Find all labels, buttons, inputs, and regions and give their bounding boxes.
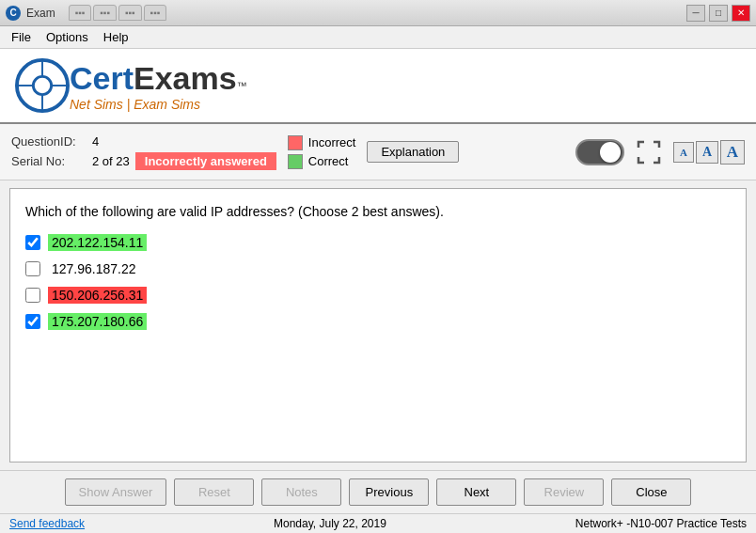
answer-checkbox-4[interactable] <box>25 314 40 329</box>
answer-label-1: 202.122.154.11 <box>48 234 147 251</box>
font-large-button[interactable]: A <box>720 140 745 165</box>
status-bar: Send feedback Monday, July 22, 2019 Netw… <box>0 513 756 533</box>
next-button[interactable]: Next <box>436 478 516 506</box>
status-date: Monday, July 22, 2019 <box>274 517 386 530</box>
logo-tagline: Net Sims | Exam Sims <box>70 97 247 112</box>
question-area: Which of the following are valid IP addr… <box>9 188 747 462</box>
font-small-button[interactable]: A <box>673 142 694 163</box>
app-icon: C <box>6 6 21 21</box>
font-medium-button[interactable]: A <box>696 141 718 164</box>
logo-cert: Cert <box>70 60 134 97</box>
info-bar: QuestionID: 4 Serial No: 2 of 23 Incorre… <box>0 124 756 180</box>
tab-4[interactable]: ▪▪▪ <box>144 5 167 21</box>
maximize-button[interactable]: □ <box>709 5 728 22</box>
color-indicators: Incorrect Correct <box>288 135 356 169</box>
incorrect-badge: Incorrectly answered <box>135 152 276 170</box>
reset-button[interactable]: Reset <box>174 478 254 506</box>
toggle-switch[interactable] <box>575 139 624 165</box>
incorrect-label: Incorrect <box>308 135 356 149</box>
app-title: Exam <box>26 7 55 20</box>
serial-label: Serial No: <box>11 154 87 168</box>
answer-option-3: 150.206.256.31 <box>25 287 731 304</box>
logo-tm: ™ <box>237 80 247 91</box>
answer-option-1: 202.122.154.11 <box>25 234 731 251</box>
previous-button[interactable]: Previous <box>349 478 429 506</box>
answer-option-2: 127.96.187.22 <box>25 260 731 277</box>
correct-color-box <box>288 154 303 169</box>
notes-button[interactable]: Notes <box>261 478 341 506</box>
logo-icon <box>15 58 70 113</box>
question-id-label: QuestionID: <box>11 134 87 149</box>
fullscreen-icon[interactable] <box>636 139 662 165</box>
window-close-button[interactable]: ✕ <box>732 5 750 22</box>
question-text: Which of the following are valid IP addr… <box>25 204 731 219</box>
serial-value: 2 of 23 <box>92 154 130 168</box>
menu-help[interactable]: Help <box>96 28 136 46</box>
window-controls: ─ □ ✕ <box>686 5 750 22</box>
send-feedback-link[interactable]: Send feedback <box>9 517 85 530</box>
menu-file[interactable]: File <box>4 28 39 46</box>
close-button[interactable]: Close <box>611 478 691 506</box>
bottom-bar: Show Answer Reset Notes Previous Next Re… <box>0 470 756 513</box>
menu-bar: File Options Help <box>0 26 756 49</box>
review-button[interactable]: Review <box>524 478 604 506</box>
answer-label-2: 127.96.187.22 <box>48 260 140 277</box>
tab-1[interactable]: ▪▪▪ <box>69 5 92 21</box>
tab-2[interactable]: ▪▪▪ <box>93 5 117 21</box>
answer-checkbox-2[interactable] <box>25 261 40 276</box>
logo-exams: Exams <box>134 60 237 97</box>
explanation-button[interactable]: Explanation <box>367 141 459 163</box>
answer-label-3: 150.206.256.31 <box>48 287 147 304</box>
minimize-button[interactable]: ─ <box>686 5 705 22</box>
toggle-outer <box>575 139 624 165</box>
title-bar: C Exam ▪▪▪ ▪▪▪ ▪▪▪ ▪▪▪ ─ □ ✕ <box>0 0 756 26</box>
correct-label: Correct <box>308 154 349 168</box>
logo-text: Cert Exams ™ Net Sims | Exam Sims <box>70 60 247 112</box>
status-product: Network+ -N10-007 Practice Tests <box>575 517 747 530</box>
tab-3[interactable]: ▪▪▪ <box>118 5 142 21</box>
font-size-buttons: A A A <box>673 140 745 165</box>
toggle-knob <box>600 142 621 163</box>
menu-options[interactable]: Options <box>39 28 96 46</box>
logo-area: Cert Exams ™ Net Sims | Exam Sims <box>0 49 756 124</box>
answer-label-4: 175.207.180.66 <box>48 313 147 330</box>
answer-checkbox-3[interactable] <box>25 288 40 303</box>
question-info: QuestionID: 4 Serial No: 2 of 23 Incorre… <box>11 134 276 170</box>
question-id-value: 4 <box>92 134 99 149</box>
incorrect-color-box <box>288 135 303 150</box>
answer-checkbox-1[interactable] <box>25 235 40 250</box>
svg-point-1 <box>33 76 51 94</box>
answer-option-4: 175.207.180.66 <box>25 313 731 330</box>
title-bar-tabs: ▪▪▪ ▪▪▪ ▪▪▪ ▪▪▪ <box>69 5 167 21</box>
show-answer-button[interactable]: Show Answer <box>65 478 167 506</box>
